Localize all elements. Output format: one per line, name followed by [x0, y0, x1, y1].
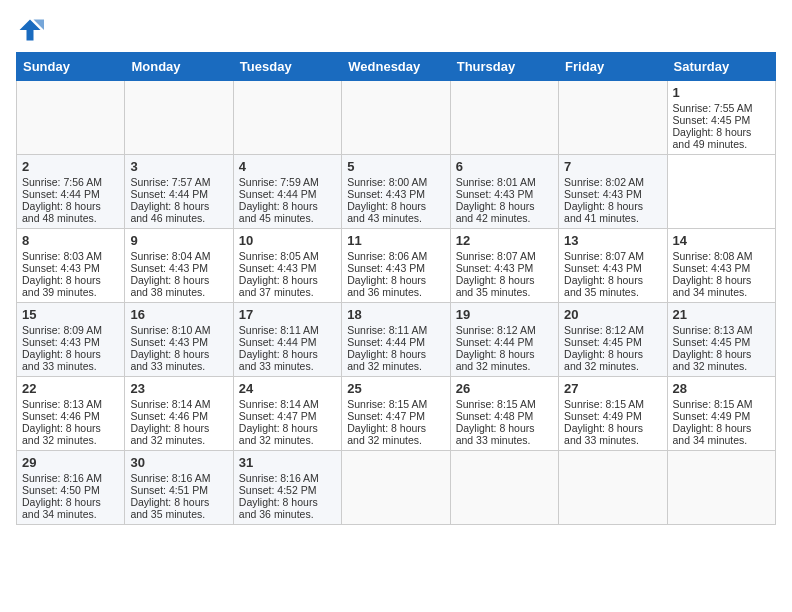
sunrise-text: Sunrise: 8:15 AM: [347, 398, 427, 410]
logo-icon: [16, 16, 44, 44]
sunrise-text: Sunrise: 8:14 AM: [130, 398, 210, 410]
sunset-text: Sunset: 4:49 PM: [564, 410, 642, 422]
calendar-cell-empty: [342, 451, 450, 525]
sunset-text: Sunset: 4:44 PM: [130, 188, 208, 200]
calendar-cell: 9 Sunrise: 8:04 AM Sunset: 4:43 PM Dayli…: [125, 229, 233, 303]
daylight-text: Daylight: 8 hours and 32 minutes.: [673, 348, 752, 372]
day-number: 5: [347, 159, 444, 174]
day-header-tuesday: Tuesday: [233, 53, 341, 81]
daylight-text: Daylight: 8 hours and 32 minutes.: [347, 348, 426, 372]
day-number: 19: [456, 307, 553, 322]
calendar-cell-empty: [667, 451, 775, 525]
daylight-text: Daylight: 8 hours and 32 minutes.: [239, 422, 318, 446]
calendar-cell-empty: [450, 81, 558, 155]
day-number: 22: [22, 381, 119, 396]
sunset-text: Sunset: 4:44 PM: [239, 336, 317, 348]
calendar-week-row: 15 Sunrise: 8:09 AM Sunset: 4:43 PM Dayl…: [17, 303, 776, 377]
sunset-text: Sunset: 4:47 PM: [239, 410, 317, 422]
calendar-cell: 20 Sunrise: 8:12 AM Sunset: 4:45 PM Dayl…: [559, 303, 667, 377]
calendar-cell: 27 Sunrise: 8:15 AM Sunset: 4:49 PM Dayl…: [559, 377, 667, 451]
daylight-text: Daylight: 8 hours and 33 minutes.: [239, 348, 318, 372]
day-header-sunday: Sunday: [17, 53, 125, 81]
day-number: 29: [22, 455, 119, 470]
calendar-cell: 24 Sunrise: 8:14 AM Sunset: 4:47 PM Dayl…: [233, 377, 341, 451]
sunrise-text: Sunrise: 8:05 AM: [239, 250, 319, 262]
sunset-text: Sunset: 4:43 PM: [564, 262, 642, 274]
daylight-text: Daylight: 8 hours and 38 minutes.: [130, 274, 209, 298]
sunrise-text: Sunrise: 8:07 AM: [564, 250, 644, 262]
calendar-cell-empty: [559, 81, 667, 155]
sunset-text: Sunset: 4:50 PM: [22, 484, 100, 496]
sunset-text: Sunset: 4:46 PM: [130, 410, 208, 422]
sunrise-text: Sunrise: 8:10 AM: [130, 324, 210, 336]
calendar-header-row: SundayMondayTuesdayWednesdayThursdayFrid…: [17, 53, 776, 81]
calendar-cell: 11 Sunrise: 8:06 AM Sunset: 4:43 PM Dayl…: [342, 229, 450, 303]
calendar-cell: 1 Sunrise: 7:55 AM Sunset: 4:45 PM Dayli…: [667, 81, 775, 155]
calendar-cell: 21 Sunrise: 8:13 AM Sunset: 4:45 PM Dayl…: [667, 303, 775, 377]
daylight-text: Daylight: 8 hours and 35 minutes.: [456, 274, 535, 298]
daylight-text: Daylight: 8 hours and 35 minutes.: [564, 274, 643, 298]
calendar-cell: 7 Sunrise: 8:02 AM Sunset: 4:43 PM Dayli…: [559, 155, 667, 229]
daylight-text: Daylight: 8 hours and 45 minutes.: [239, 200, 318, 224]
calendar-cell-empty: [450, 451, 558, 525]
calendar-table: SundayMondayTuesdayWednesdayThursdayFrid…: [16, 52, 776, 525]
sunset-text: Sunset: 4:46 PM: [22, 410, 100, 422]
sunrise-text: Sunrise: 7:56 AM: [22, 176, 102, 188]
day-number: 8: [22, 233, 119, 248]
sunrise-text: Sunrise: 7:55 AM: [673, 102, 753, 114]
calendar-cell: 15 Sunrise: 8:09 AM Sunset: 4:43 PM Dayl…: [17, 303, 125, 377]
calendar-cell: 5 Sunrise: 8:00 AM Sunset: 4:43 PM Dayli…: [342, 155, 450, 229]
day-number: 12: [456, 233, 553, 248]
day-header-monday: Monday: [125, 53, 233, 81]
day-header-friday: Friday: [559, 53, 667, 81]
day-number: 21: [673, 307, 770, 322]
day-header-thursday: Thursday: [450, 53, 558, 81]
sunset-text: Sunset: 4:49 PM: [673, 410, 751, 422]
sunset-text: Sunset: 4:43 PM: [456, 188, 534, 200]
sunrise-text: Sunrise: 8:09 AM: [22, 324, 102, 336]
calendar-cell: 25 Sunrise: 8:15 AM Sunset: 4:47 PM Dayl…: [342, 377, 450, 451]
sunrise-text: Sunrise: 8:01 AM: [456, 176, 536, 188]
sunrise-text: Sunrise: 8:16 AM: [22, 472, 102, 484]
calendar-cell-empty: [125, 81, 233, 155]
day-number: 9: [130, 233, 227, 248]
daylight-text: Daylight: 8 hours and 46 minutes.: [130, 200, 209, 224]
daylight-text: Daylight: 8 hours and 32 minutes.: [564, 348, 643, 372]
calendar-cell: 2 Sunrise: 7:56 AM Sunset: 4:44 PM Dayli…: [17, 155, 125, 229]
sunrise-text: Sunrise: 8:11 AM: [239, 324, 319, 336]
calendar-week-row: 2 Sunrise: 7:56 AM Sunset: 4:44 PM Dayli…: [17, 155, 776, 229]
calendar-cell: 17 Sunrise: 8:11 AM Sunset: 4:44 PM Dayl…: [233, 303, 341, 377]
calendar-cell: 26 Sunrise: 8:15 AM Sunset: 4:48 PM Dayl…: [450, 377, 558, 451]
daylight-text: Daylight: 8 hours and 41 minutes.: [564, 200, 643, 224]
daylight-text: Daylight: 8 hours and 35 minutes.: [130, 496, 209, 520]
sunrise-text: Sunrise: 8:08 AM: [673, 250, 753, 262]
calendar-cell: 23 Sunrise: 8:14 AM Sunset: 4:46 PM Dayl…: [125, 377, 233, 451]
calendar-week-row: 8 Sunrise: 8:03 AM Sunset: 4:43 PM Dayli…: [17, 229, 776, 303]
calendar-cell: 13 Sunrise: 8:07 AM Sunset: 4:43 PM Dayl…: [559, 229, 667, 303]
day-number: 15: [22, 307, 119, 322]
calendar-cell: 16 Sunrise: 8:10 AM Sunset: 4:43 PM Dayl…: [125, 303, 233, 377]
sunrise-text: Sunrise: 8:03 AM: [22, 250, 102, 262]
calendar-cell: 8 Sunrise: 8:03 AM Sunset: 4:43 PM Dayli…: [17, 229, 125, 303]
calendar-week-row: 29 Sunrise: 8:16 AM Sunset: 4:50 PM Dayl…: [17, 451, 776, 525]
calendar-cell: 22 Sunrise: 8:13 AM Sunset: 4:46 PM Dayl…: [17, 377, 125, 451]
sunrise-text: Sunrise: 8:15 AM: [673, 398, 753, 410]
day-number: 14: [673, 233, 770, 248]
day-number: 26: [456, 381, 553, 396]
sunset-text: Sunset: 4:44 PM: [22, 188, 100, 200]
calendar-cell-empty: [342, 81, 450, 155]
day-number: 17: [239, 307, 336, 322]
calendar-cell: 31 Sunrise: 8:16 AM Sunset: 4:52 PM Dayl…: [233, 451, 341, 525]
sunrise-text: Sunrise: 8:13 AM: [22, 398, 102, 410]
calendar-cell: 4 Sunrise: 7:59 AM Sunset: 4:44 PM Dayli…: [233, 155, 341, 229]
sunset-text: Sunset: 4:43 PM: [347, 262, 425, 274]
sunrise-text: Sunrise: 8:16 AM: [239, 472, 319, 484]
sunset-text: Sunset: 4:45 PM: [673, 336, 751, 348]
sunrise-text: Sunrise: 8:12 AM: [456, 324, 536, 336]
day-number: 1: [673, 85, 770, 100]
daylight-text: Daylight: 8 hours and 48 minutes.: [22, 200, 101, 224]
sunrise-text: Sunrise: 8:02 AM: [564, 176, 644, 188]
day-number: 3: [130, 159, 227, 174]
sunrise-text: Sunrise: 7:59 AM: [239, 176, 319, 188]
daylight-text: Daylight: 8 hours and 33 minutes.: [130, 348, 209, 372]
